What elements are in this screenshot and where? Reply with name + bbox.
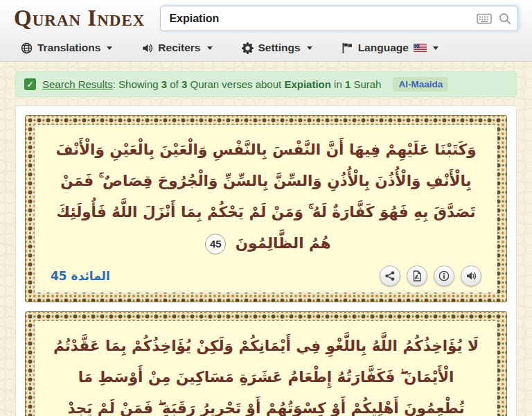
nav-settings[interactable]: Settings — [242, 42, 312, 54]
share-icon — [384, 270, 396, 281]
nav-translations-label: Translations — [37, 42, 100, 54]
gear-icon — [242, 42, 254, 54]
share-button[interactable] — [380, 266, 400, 286]
audio-icon — [466, 270, 477, 281]
header: Quran Index — [0, 0, 532, 62]
info-icon — [438, 270, 450, 281]
info-button[interactable] — [434, 266, 454, 286]
chevron-down-icon — [307, 46, 312, 50]
chevron-down-icon — [433, 46, 438, 50]
flags-icon — [342, 42, 353, 54]
globe-icon — [21, 42, 33, 54]
pdf-icon — [411, 270, 423, 281]
search-results-link[interactable]: Search Results — [42, 78, 113, 90]
search-box — [160, 6, 518, 31]
surah-badge[interactable]: Al-Maaida — [393, 77, 448, 92]
surah-verse-link[interactable]: المائدة 45 — [51, 269, 110, 283]
site-logo[interactable]: Quran Index — [14, 6, 145, 31]
us-flag-icon — [414, 44, 427, 52]
search-keyword: Expiation — [284, 78, 331, 90]
results-container: وَكَتَبْنَا عَلَيْهِمْ فِيهَا أَنَّ النَ… — [15, 105, 517, 416]
verse-card: وَكَتَبْنَا عَلَيْهِمْ فِيهَا أَنَّ النَ… — [25, 115, 507, 302]
nav-language[interactable]: Language — [342, 42, 438, 54]
alert-text: Search Results: Showing 3 of 3 Quran ver… — [42, 78, 381, 90]
verse-arabic-text: وَكَتَبْنَا عَلَيْهِمْ فِيهَا أَنَّ النَ… — [51, 134, 481, 259]
speaker-icon — [141, 42, 153, 54]
verse-card: لَا يُؤَاخِذُكُمُ اللَّهُ بِاللَّغْوِ فِ… — [25, 311, 507, 416]
chevron-down-icon — [107, 46, 112, 50]
keyboard-icon[interactable] — [477, 13, 492, 24]
search-icon[interactable] — [499, 12, 511, 25]
audio-button[interactable] — [461, 266, 481, 286]
search-input[interactable] — [160, 6, 518, 31]
nav-translations[interactable]: Translations — [21, 42, 112, 54]
check-icon: ✓ — [24, 78, 36, 90]
verse-arabic-text: لَا يُؤَاخِذُكُمُ اللَّهُ بِاللَّغْوِ فِ… — [51, 330, 481, 416]
pdf-button[interactable] — [407, 266, 427, 286]
chevron-down-icon — [207, 46, 213, 50]
verse-number-badge: 45 — [205, 234, 226, 254]
main-nav: Translations Reciters Settings — [14, 42, 518, 54]
verse-actions — [380, 266, 481, 286]
search-results-alert: ✓ Search Results: Showing 3 of 3 Quran v… — [15, 71, 517, 97]
nav-reciters-label: Reciters — [158, 42, 200, 54]
nav-language-label: Language — [358, 42, 409, 54]
nav-reciters[interactable]: Reciters — [141, 42, 212, 54]
nav-settings-label: Settings — [258, 42, 301, 54]
